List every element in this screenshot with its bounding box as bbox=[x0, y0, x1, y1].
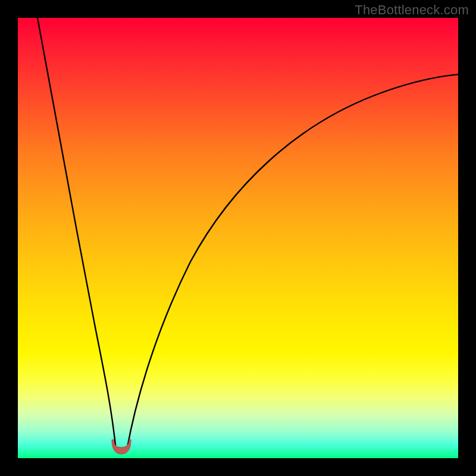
left-branch-curve bbox=[37, 18, 116, 450]
right-branch-curve bbox=[127, 74, 458, 450]
curve-layer bbox=[18, 18, 458, 458]
chart-frame: TheBottleneck.com bbox=[0, 0, 476, 476]
plot-area bbox=[18, 18, 458, 458]
watermark-text: TheBottleneck.com bbox=[355, 2, 469, 18]
